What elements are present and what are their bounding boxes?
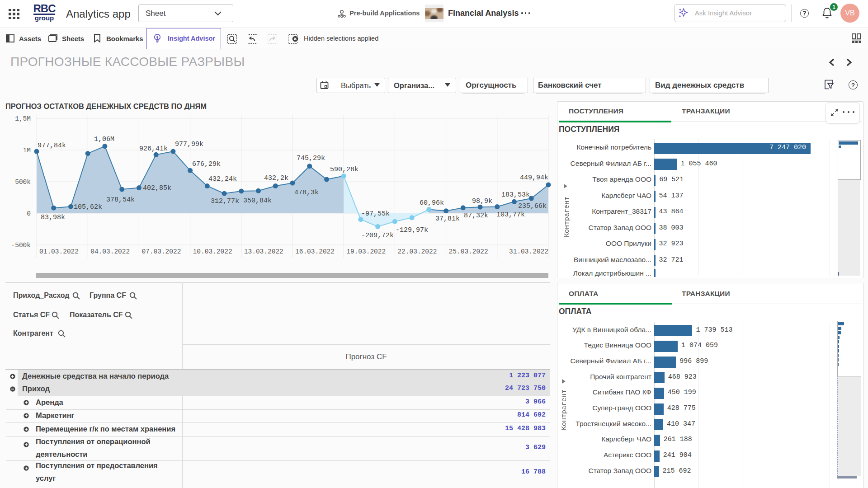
svg-text:1,06M: 1,06M [94, 136, 114, 143]
svg-text:98,9k: 98,9k [472, 197, 492, 205]
svg-text:-500k: -500k [11, 242, 31, 249]
svg-text:83,98k: 83,98k [41, 214, 65, 221]
svg-text:16.03.2022: 16.03.2022 [295, 248, 335, 255]
svg-text:590,28k: 590,28k [330, 166, 359, 174]
svg-text:449,94k: 449,94k [520, 174, 548, 182]
svg-text:235,66k: 235,66k [518, 202, 547, 210]
svg-text:25.03.2022: 25.03.2022 [449, 248, 488, 255]
svg-text:312,77k: 312,77k [211, 197, 239, 205]
svg-text:105,62k: 105,62k [74, 203, 102, 211]
svg-text:-97,55k: -97,55k [361, 210, 390, 218]
svg-text:01.03.2022: 01.03.2022 [39, 248, 79, 255]
svg-text:500k: 500k [15, 178, 31, 186]
svg-text:31.03.2022: 31.03.2022 [509, 248, 548, 255]
svg-text:378,54k: 378,54k [106, 196, 135, 204]
svg-text:926,41k: 926,41k [139, 145, 168, 153]
svg-text:37,81k: 37,81k [435, 215, 460, 223]
svg-text:22.03.2022: 22.03.2022 [397, 248, 437, 255]
svg-text:745,29k: 745,29k [297, 155, 325, 162]
svg-text:977,84k: 977,84k [38, 142, 66, 150]
svg-text:07.03.2022: 07.03.2022 [142, 248, 181, 255]
svg-text:977,99k: 977,99k [175, 141, 203, 148]
svg-text:103,77k: 103,77k [496, 211, 525, 219]
svg-text:1M: 1M [23, 147, 31, 154]
svg-text:87,32k: 87,32k [464, 212, 488, 220]
svg-text:10.03.2022: 10.03.2022 [193, 248, 232, 255]
svg-text:0: 0 [27, 210, 31, 217]
svg-text:432,2k: 432,2k [264, 174, 288, 182]
svg-text:19.03.2022: 19.03.2022 [346, 248, 386, 255]
svg-text:1,5M: 1,5M [15, 115, 31, 122]
svg-text:60,96k: 60,96k [420, 199, 444, 207]
svg-text:676,29k: 676,29k [192, 160, 221, 168]
svg-text:13.03.2022: 13.03.2022 [244, 248, 283, 255]
svg-text:-209,72k: -209,72k [361, 232, 394, 239]
svg-text:350,84k: 350,84k [243, 197, 272, 205]
svg-text:478,3k: 478,3k [294, 189, 319, 197]
svg-text:432,24k: 432,24k [208, 175, 237, 183]
svg-text:04.03.2022: 04.03.2022 [90, 248, 130, 255]
svg-text:402,85k: 402,85k [143, 184, 171, 192]
svg-text:-129,97k: -129,97k [396, 226, 428, 234]
svg-text:183,53k: 183,53k [501, 191, 530, 199]
